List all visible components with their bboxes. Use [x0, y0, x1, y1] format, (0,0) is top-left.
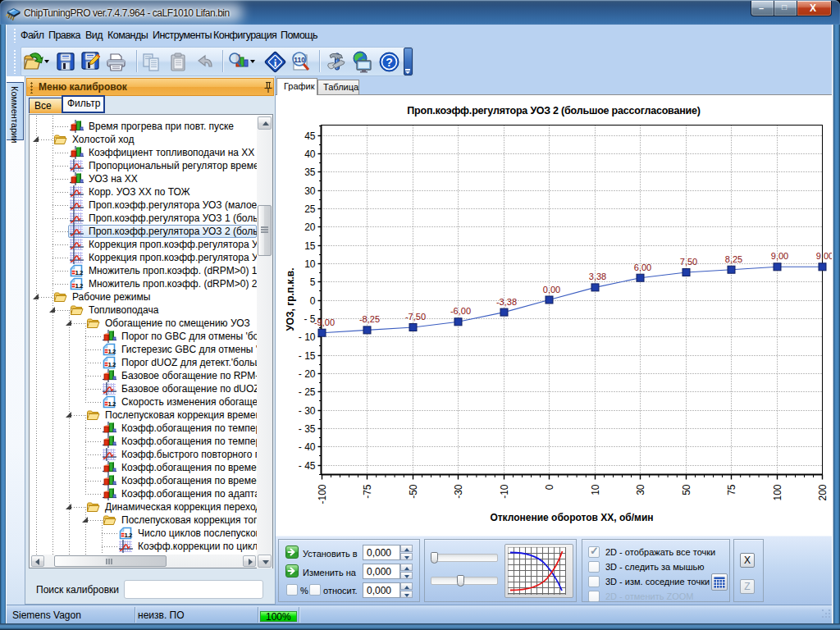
- svg-text:200: 200: [817, 484, 829, 500]
- svg-text:75: 75: [726, 484, 737, 495]
- svg-text:-6,00: -6,00: [450, 306, 471, 316]
- svg-text:-100: -100: [317, 484, 328, 504]
- svg-text:Проп.коэфф.регулятора УОЗ 2 (б: Проп.коэфф.регулятора УОЗ 2 (большое рас…: [407, 105, 701, 116]
- svg-text:i: i: [274, 57, 277, 69]
- svg-text:- 20: - 20: [299, 368, 316, 380]
- svg-text:8,25: 8,25: [725, 254, 742, 264]
- svg-text:30: 30: [635, 484, 646, 495]
- svg-text:7,50: 7,50: [680, 257, 697, 267]
- svg-text:9,00: 9,00: [771, 251, 788, 261]
- svg-text:-7,50: -7,50: [405, 312, 426, 322]
- svg-text:- 30: - 30: [299, 405, 316, 417]
- svg-text:-30: -30: [453, 484, 464, 499]
- svg-text:-3,38: -3,38: [496, 297, 517, 307]
- svg-text:1.2: 1.2: [75, 282, 84, 290]
- svg-text:1.2: 1.2: [107, 400, 116, 408]
- svg-text:-8,25: -8,25: [359, 314, 380, 324]
- svg-text:35: 35: [304, 167, 316, 178]
- svg-text:1.2: 1.2: [107, 348, 116, 355]
- svg-text:0: 0: [544, 484, 555, 490]
- svg-text:6,00: 6,00: [634, 262, 651, 272]
- svg-text:45: 45: [304, 130, 316, 142]
- svg-text:1.2: 1.2: [75, 269, 84, 276]
- svg-text:0,00: 0,00: [543, 285, 560, 294]
- svg-text:3,38: 3,38: [589, 272, 606, 281]
- svg-text:40: 40: [304, 148, 316, 160]
- svg-text:-75: -75: [362, 484, 373, 499]
- svg-text:- 10: - 10: [299, 331, 316, 343]
- svg-text:30: 30: [304, 185, 316, 197]
- svg-text:9,00: 9,00: [816, 251, 833, 261]
- svg-text:50: 50: [681, 484, 692, 495]
- svg-text:110: 110: [294, 56, 305, 64]
- svg-text:- 45: - 45: [299, 460, 316, 472]
- svg-text:- 40: - 40: [299, 441, 316, 453]
- svg-text:100: 100: [772, 484, 783, 500]
- svg-text:10: 10: [590, 484, 601, 495]
- svg-text:- 35: - 35: [299, 423, 316, 435]
- svg-text:-50: -50: [408, 484, 419, 499]
- svg-text:?: ?: [386, 56, 393, 69]
- svg-text:20: 20: [304, 221, 316, 233]
- svg-text:УОЗ, гр.п.к.в.: УОЗ, гр.п.к.в.: [285, 268, 296, 331]
- svg-text:- 15: - 15: [299, 350, 316, 362]
- svg-text:-9,00: -9,00: [314, 317, 335, 327]
- svg-text:15: 15: [304, 240, 316, 252]
- svg-text:0: 0: [310, 295, 316, 307]
- svg-text:- 25: - 25: [299, 386, 316, 398]
- svg-text:1.2: 1.2: [124, 532, 133, 539]
- svg-text:5: 5: [310, 276, 316, 288]
- svg-text:10: 10: [304, 258, 316, 270]
- svg-text:-10: -10: [499, 484, 510, 499]
- svg-text:25: 25: [304, 203, 316, 215]
- svg-text:Отклонение оборотов ХХ, об/мин: Отклонение оборотов ХХ, об/мин: [490, 512, 653, 523]
- svg-text:1.2: 1.2: [107, 361, 116, 368]
